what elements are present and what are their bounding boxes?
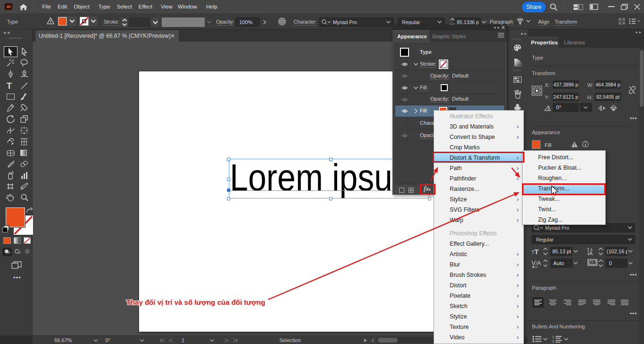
svg-text:1: 1 <box>552 335 554 339</box>
svg-text:2: 2 <box>552 340 554 343</box>
svg-text:A: A <box>589 250 593 256</box>
